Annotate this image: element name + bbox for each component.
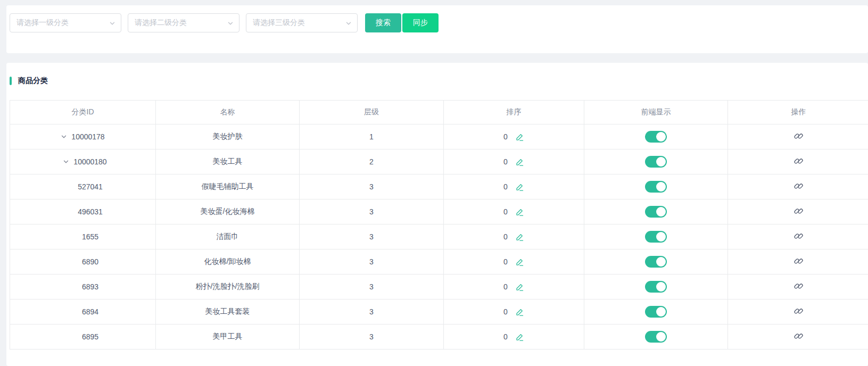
link-icon[interactable] [793,256,804,266]
front-display-toggle[interactable] [645,131,667,143]
sort-value: 0 [503,157,508,166]
link-icon[interactable] [793,281,804,291]
page-title: 商品分类 [18,76,48,86]
table-row: 10000180 美妆工具 2 0 [10,149,868,174]
category-id: 10000178 [71,132,104,141]
expand-chevron-icon[interactable] [63,159,69,165]
sort-value: 0 [503,282,508,291]
category-name: 化妆棉/卸妆棉 [156,249,300,274]
front-display-toggle[interactable] [645,181,667,193]
sort-value: 0 [503,332,508,341]
table-row: 496031 美妆蛋/化妆海棉 3 0 [10,199,868,224]
link-icon[interactable] [793,331,804,341]
toggle-knob [656,332,666,342]
sort-value: 0 [503,232,508,241]
category-id: 10000180 [73,157,106,166]
chevron-down-icon [345,20,352,26]
category-level: 3 [300,224,444,249]
table-header-row: 分类ID 名称 层级 排序 前端显示 操作 [10,101,868,124]
table-row: 6890 化妆棉/卸妆棉 3 0 [10,249,868,274]
front-display-toggle[interactable] [645,156,667,168]
category-level1-placeholder: 请选择一级分类 [16,18,69,28]
front-display-toggle[interactable] [645,256,667,268]
category-level: 1 [300,124,444,149]
table-row: 10000178 美妆护肤 1 0 [10,124,868,149]
front-display-toggle[interactable] [645,306,667,318]
column-header-name: 名称 [156,101,300,124]
sort-value: 0 [503,182,508,191]
category-id: 527041 [78,182,103,191]
edit-sort-icon[interactable] [515,282,524,292]
table-row: 1655 洁面巾 3 0 [10,224,868,249]
category-table: 分类ID 名称 层级 排序 前端显示 操作 10000178 美妆护肤 1 [10,100,868,350]
edit-sort-icon[interactable] [515,307,524,317]
toggle-knob [656,182,666,192]
chevron-down-icon [227,20,234,26]
category-name: 粉扑/洗脸扑/洗脸刷 [156,274,300,300]
category-level3-select[interactable]: 请选择三级分类 [246,13,358,32]
category-name: 假睫毛辅助工具 [156,174,300,199]
sync-button[interactable]: 同步 [402,13,439,32]
link-icon[interactable] [793,181,804,191]
edit-sort-icon[interactable] [515,232,524,242]
category-id: 6894 [82,307,98,316]
category-name: 美甲工具 [156,325,300,350]
toggle-knob [656,157,666,167]
link-icon[interactable] [793,231,804,241]
category-level3-placeholder: 请选择三级分类 [253,18,305,28]
toggle-knob [656,232,666,242]
link-icon[interactable] [793,306,804,316]
edit-sort-icon[interactable] [515,207,524,217]
edit-sort-icon[interactable] [515,132,524,142]
category-level: 3 [300,249,444,274]
column-header-id: 分类ID [10,101,156,124]
category-level: 3 [300,199,444,224]
column-header-sort: 排序 [444,101,584,124]
link-icon[interactable] [793,206,804,216]
section-header: 商品分类 [6,63,868,86]
category-id: 1655 [82,232,98,241]
category-level2-select[interactable]: 请选择二级分类 [128,13,239,32]
front-display-toggle[interactable] [645,231,667,243]
toggle-knob [656,257,666,267]
table-row: 6894 美妆工具套装 3 0 [10,300,868,325]
front-display-toggle[interactable] [645,206,667,218]
sort-value: 0 [503,257,508,266]
category-id: 6890 [82,257,98,266]
table-row: 6893 粉扑/洗脸扑/洗脸刷 3 0 [10,274,868,300]
section-accent-bar [10,77,12,85]
category-name: 美妆工具套装 [156,300,300,325]
sort-value: 0 [503,207,508,216]
category-id: 6895 [82,332,98,341]
sort-value: 0 [503,132,508,141]
edit-sort-icon[interactable] [515,332,524,342]
column-header-front-display: 前端显示 [584,101,728,124]
category-level1-select[interactable]: 请选择一级分类 [10,13,121,32]
category-name: 美妆工具 [156,149,300,174]
expand-chevron-icon[interactable] [61,134,67,140]
category-level: 3 [300,300,444,325]
front-display-toggle[interactable] [645,331,667,343]
category-level: 3 [300,274,444,300]
toggle-knob [656,282,666,292]
link-icon[interactable] [793,156,804,166]
edit-sort-icon[interactable] [515,182,524,192]
column-header-actions: 操作 [728,101,868,124]
toggle-knob [656,132,666,142]
category-id: 496031 [78,207,103,216]
category-level: 3 [300,174,444,199]
edit-sort-icon[interactable] [515,257,524,267]
table-row: 6895 美甲工具 3 0 [10,325,868,350]
table-row: 527041 假睫毛辅助工具 3 0 [10,174,868,199]
front-display-toggle[interactable] [645,281,667,293]
chevron-down-icon [109,20,115,26]
edit-sort-icon[interactable] [515,157,524,167]
column-header-level: 层级 [300,101,444,124]
filter-row: 请选择一级分类 请选择二级分类 请选择三级分类 搜索 同步 [6,5,868,32]
search-button[interactable]: 搜索 [365,13,401,32]
link-icon[interactable] [793,131,804,141]
category-level: 3 [300,325,444,350]
category-id: 6893 [82,282,98,291]
toggle-knob [656,207,666,217]
content-card: 商品分类 分类ID 名称 层级 排序 前端显示 操作 [6,63,868,366]
